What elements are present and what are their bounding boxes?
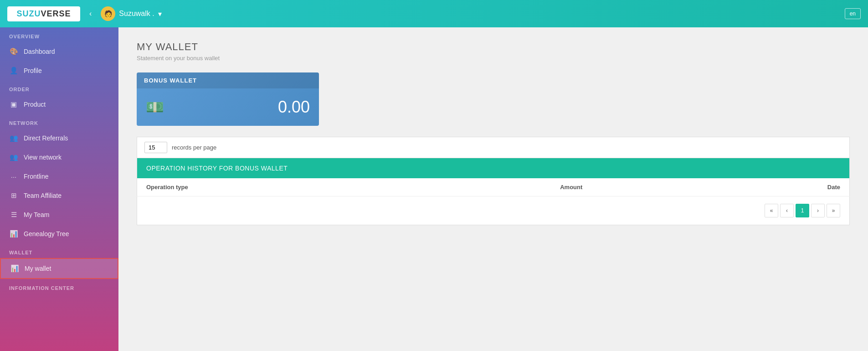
team-affiliate-icon: ⊞ [9,191,18,200]
logo-bold: VERSE [41,9,71,18]
pagination-prev[interactable]: ‹ [780,204,794,217]
page-subtitle: Statement on your bonus wallet [137,55,850,62]
view-network-icon: 👥 [9,153,18,162]
my-wallet-icon: 📊 [10,264,19,273]
logo-light: SUZU [16,9,41,18]
sidebar-label-team-affiliate: Team Affiliate [24,192,62,199]
history-header-row: OPERATION HISTORY FOR BONUS WALLET [137,158,850,179]
sidebar-item-genealogy-tree[interactable]: 📊 Genealogy Tree [0,224,118,243]
dashboard-icon: 🎨 [9,47,18,56]
header-left: SUZUVERSE ‹ 🧑 Suzuwalk . ▾ [7,6,162,21]
pagination: « ‹ 1 › » [137,196,850,225]
sidebar-label-product: Product [24,101,46,108]
history-section-title: OPERATION HISTORY FOR BONUS WALLET [137,158,850,179]
wallet-card-header: BONUS WALLET [137,72,319,88]
records-per-page-row: records per page [137,137,850,158]
sidebar-item-view-network[interactable]: 👥 View network [0,148,118,167]
sidebar-section-order: ORDER [0,80,118,95]
col-operation-type: Operation type [137,178,462,196]
pagination-current[interactable]: 1 [796,204,809,217]
layout: OVERVIEW 🎨 Dashboard 👤 Profile ORDER ▣ P… [0,27,868,351]
col-amount: Amount [462,178,681,196]
operation-history-table: OPERATION HISTORY FOR BONUS WALLET Opera… [137,158,850,196]
sidebar-label-my-wallet: My wallet [25,265,51,272]
sidebar-item-profile[interactable]: 👤 Profile [0,61,118,80]
wallet-card: BONUS WALLET 💵 0.00 [137,72,319,126]
sidebar-label-profile: Profile [24,67,42,74]
wallet-money-icon: 💵 [146,98,164,116]
sidebar-label-my-team: My Team [24,211,50,218]
user-name: Suzuwalk . [119,10,154,18]
records-per-page-input[interactable] [144,142,167,153]
sidebar-section-network: NETWORK [0,114,118,129]
chevron-down-icon: ▾ [158,10,162,18]
sidebar: OVERVIEW 🎨 Dashboard 👤 Profile ORDER ▣ P… [0,27,118,351]
page-title: MY WALLET [137,41,850,53]
col-date: Date [681,178,849,196]
sidebar-item-my-wallet[interactable]: 📊 My wallet [0,258,118,279]
genealogy-tree-icon: 📊 [9,229,18,238]
main-content: MY WALLET Statement on your bonus wallet… [118,27,868,351]
pagination-next[interactable]: › [811,204,825,217]
sidebar-item-my-team[interactable]: ☰ My Team [0,205,118,224]
header: SUZUVERSE ‹ 🧑 Suzuwalk . ▾ en [0,0,868,27]
direct-referrals-icon: 👥 [9,134,18,143]
profile-icon: 👤 [9,66,18,75]
user-info[interactable]: 🧑 Suzuwalk . ▾ [101,6,161,21]
wallet-card-body: 💵 0.00 [137,88,319,126]
avatar: 🧑 [101,6,115,21]
sidebar-item-direct-referrals[interactable]: 👥 Direct Referrals [0,129,118,148]
my-team-icon: ☰ [9,210,18,219]
product-icon: ▣ [9,100,18,109]
collapse-button[interactable]: ‹ [86,8,95,20]
sidebar-item-product[interactable]: ▣ Product [0,95,118,114]
sidebar-label-frontline: Frontline [24,173,48,180]
sidebar-item-frontline[interactable]: ··· Frontline [0,167,118,186]
logo: SUZUVERSE [7,6,80,21]
records-per-page-label: records per page [172,144,216,151]
pagination-last[interactable]: » [827,204,840,217]
sidebar-section-wallet: WALLET [0,243,118,258]
sidebar-item-team-affiliate[interactable]: ⊞ Team Affiliate [0,186,118,205]
frontline-icon: ··· [9,172,18,181]
sidebar-label-genealogy-tree: Genealogy Tree [24,230,69,237]
language-button[interactable]: en [845,8,861,19]
sidebar-item-dashboard[interactable]: 🎨 Dashboard [0,42,118,61]
sidebar-section-information-center: INFORMATION CENTER [0,279,118,294]
sidebar-section-overview: OVERVIEW [0,27,118,42]
pagination-first[interactable]: « [765,204,778,217]
sidebar-label-view-network: View network [24,154,62,161]
sidebar-label-direct-referrals: Direct Referrals [24,134,68,142]
table-column-headers: Operation type Amount Date [137,178,850,196]
wallet-amount: 0.00 [278,98,310,117]
sidebar-label-dashboard: Dashboard [24,48,55,55]
